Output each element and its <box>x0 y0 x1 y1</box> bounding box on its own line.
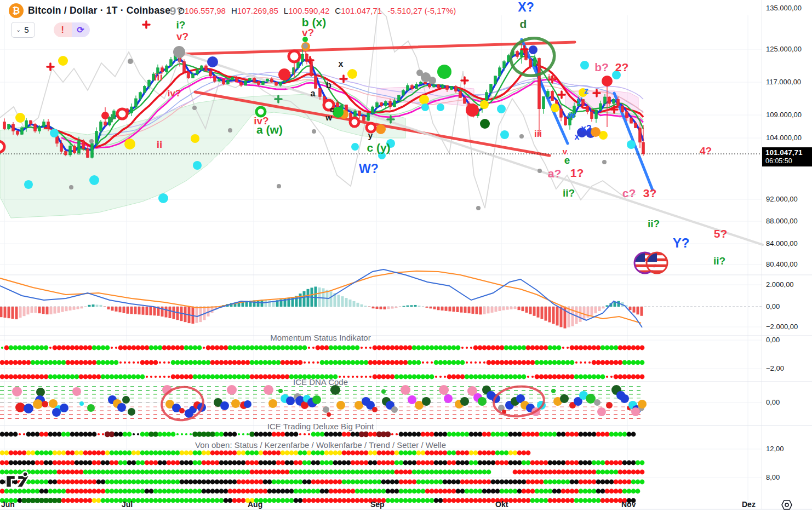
svg-text:ii?: ii? <box>563 187 575 199</box>
price-tick: −2.000,00 <box>766 323 798 331</box>
price-tick: 109.000,00 <box>766 111 802 119</box>
settings-icon[interactable] <box>780 498 793 511</box>
svg-text:ii: ii <box>157 139 163 150</box>
macd-pane <box>0 269 762 329</box>
bigpoint-panel-title[interactable]: ICE Trading Deluxe Big Point <box>267 422 374 431</box>
svg-text:x: x <box>339 59 344 68</box>
svg-text:ii?: ii? <box>648 218 660 229</box>
svg-text:c?: c? <box>622 187 636 199</box>
svg-text:v?: v? <box>176 31 188 42</box>
svg-text:v?: v? <box>302 27 314 38</box>
price-tick: 0,00 <box>766 336 780 344</box>
trendlines[interactable] <box>179 39 763 245</box>
svg-text:ii?: ii? <box>713 255 725 267</box>
price-tick: −2,00 <box>766 364 784 372</box>
svg-text:Y?: Y? <box>673 235 690 250</box>
usa-flag-badges <box>634 252 667 273</box>
svg-text:y: y <box>577 94 582 105</box>
price-tick: 92.000,00 <box>766 195 798 203</box>
tradingview-window: 9?i?v?iiiiv?iiiv?a (w)b (x)v?xbacwyc (y)… <box>0 0 812 512</box>
svg-text:y: y <box>368 131 373 140</box>
dna-pane <box>0 384 647 423</box>
price-tick: 2.000,00 <box>766 280 794 289</box>
chart-canvas[interactable]: 9?i?v?iiiiv?iiiv?a (w)b (x)v?xbacwyc (y)… <box>0 0 812 512</box>
svg-text:x2: x2 <box>581 123 592 134</box>
month-label: Jun <box>1 500 15 509</box>
price-tick: 0,00 <box>766 398 780 406</box>
price-tick: 8,00 <box>766 473 780 481</box>
tradingview-logo[interactable] <box>4 469 35 493</box>
svg-text:iii: iii <box>534 129 542 139</box>
price-tick: 12,00 <box>766 445 784 453</box>
candle-count-dropdown[interactable]: ⌄ 5 <box>11 22 35 38</box>
svg-text:d: d <box>520 18 527 30</box>
price-tick: 88.000,00 <box>766 217 798 225</box>
svg-text:5?: 5? <box>714 227 728 240</box>
price-tick: 84.000,00 <box>766 239 798 248</box>
price-tick: 117.000,00 <box>766 78 801 86</box>
svg-text:a?: a? <box>548 167 562 180</box>
month-label: Sep <box>370 500 385 509</box>
svg-text:1?: 1? <box>570 166 584 179</box>
last-price: 101.047,71 <box>765 148 812 157</box>
month-label: Nov <box>621 500 636 509</box>
svg-text:iv?: iv? <box>168 88 181 99</box>
momentum-panel-title[interactable]: Momentum Status Indikator <box>270 333 370 342</box>
svg-text:4?: 4? <box>700 145 712 157</box>
refresh-icon[interactable]: ⟳ <box>72 22 90 37</box>
svg-text:b?: b? <box>594 61 609 73</box>
welle-panel-title: Von oben: Status / Kerzenfarbe / Wolkenf… <box>195 440 446 450</box>
month-label: Okt <box>495 500 508 509</box>
svg-text:b: b <box>326 80 331 90</box>
last-price-badge: 101.047,71 06:05:50 <box>762 147 812 166</box>
svg-text:3?: 3? <box>643 187 657 199</box>
svg-text:9?: 9? <box>170 4 184 17</box>
svg-text:w: w <box>567 110 575 120</box>
svg-text:c (y): c (y) <box>367 141 390 154</box>
svg-text:iii: iii <box>154 71 163 83</box>
svg-text:x: x <box>575 132 580 141</box>
dna-panel-title[interactable]: ICE DNA Code <box>293 377 348 387</box>
price-tick: 0,00 <box>766 302 780 310</box>
price-tick: 80.400,00 <box>766 260 798 268</box>
svg-text:X?: X? <box>518 0 534 14</box>
svg-text:e: e <box>564 154 570 166</box>
svg-text:iv: iv <box>548 73 556 83</box>
month-label: Dez <box>742 500 756 509</box>
price-tick: 125.000,00 <box>766 45 802 53</box>
price-tick: 104.000,00 <box>766 134 802 142</box>
price-tick: 135.000,00 <box>766 4 802 12</box>
alert-refresh-pill[interactable]: ! ⟳ <box>54 22 90 37</box>
svg-text:z: z <box>584 85 589 96</box>
svg-text:2?: 2? <box>615 61 629 73</box>
countdown-timer: 06:05:50 <box>765 157 812 165</box>
svg-text:w: w <box>325 113 332 122</box>
month-label: Aug <box>248 500 262 509</box>
svg-text:W?: W? <box>359 162 379 176</box>
svg-text:a: a <box>311 89 316 98</box>
axis-divider <box>762 0 762 509</box>
chevron-down-icon: ⌄ <box>16 26 21 33</box>
month-label: Jul <box>122 500 133 509</box>
svg-text:a (w): a (w) <box>256 123 283 136</box>
svg-text:i?: i? <box>176 19 186 31</box>
alert-icon[interactable]: ! <box>54 22 72 37</box>
